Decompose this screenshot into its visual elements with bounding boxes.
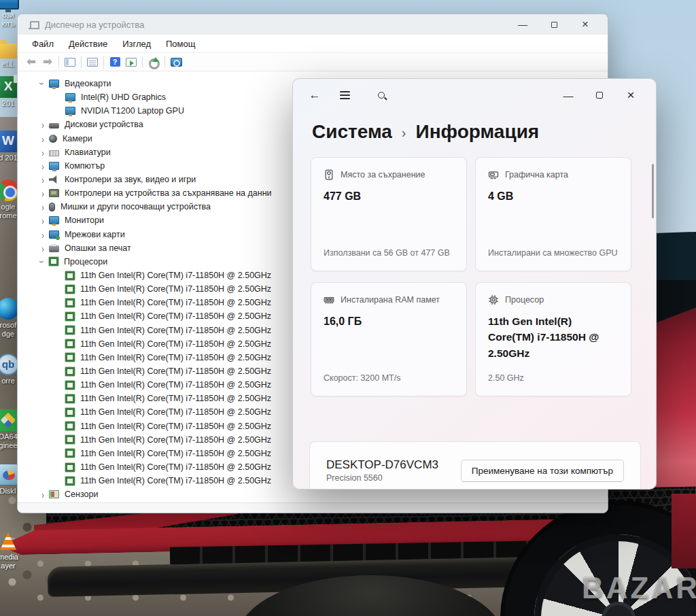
expand-chevron-icon[interactable]: › [37, 174, 49, 186]
storage-card[interactable]: Място за съхранение 477 GB Използвани са… [311, 157, 467, 271]
card-title: Графична карта [505, 170, 568, 179]
excel-doc-icon: X [0, 76, 19, 98]
tree-item-label: 11th Gen Intel(R) Core(TM) i7-11850H @ 2… [80, 271, 271, 280]
ram-card[interactable]: Инсталирана RAM памет 16,0 ГБ Скорост: 3… [311, 282, 467, 396]
tree-item-label: 11th Gen Intel(R) Core(TM) i7-11850H @ 2… [80, 339, 271, 349]
about-cards: Място за съхранение 477 GB Използвани са… [311, 157, 640, 396]
tree-item-label: 11th Gen Intel(R) Core(TM) i7-11850H @ 2… [80, 298, 271, 307]
tree-item-label: 11th Gen Intel(R) Core(TM) i7-11850H @ 2… [80, 326, 271, 335]
expand-chevron-icon[interactable]: › [37, 201, 49, 213]
card-title: Процесор [505, 295, 544, 305]
expand-chevron-icon[interactable]: › [37, 188, 49, 199]
properties-icon[interactable] [84, 54, 101, 69]
cpu-icon [65, 339, 75, 348]
expand-chevron-icon[interactable]: › [37, 160, 49, 172]
computer-icon [49, 162, 59, 170]
expand-chevron-icon[interactable]: › [37, 119, 49, 131]
scan-hardware-changes-icon[interactable] [145, 54, 162, 69]
expand-chevron-icon[interactable]: › [37, 133, 49, 144]
menu-item-2[interactable]: Изглед [115, 37, 158, 51]
expand-chevron-icon[interactable]: › [37, 215, 49, 226]
device-manager-toolbar: ⬅ ➡ ? [18, 53, 608, 71]
back-arrow-icon[interactable]: ← [302, 84, 327, 107]
cpu-icon [65, 271, 75, 280]
menu-item-1[interactable]: Действие [61, 37, 115, 51]
cpu-icon [49, 257, 58, 266]
tree-item-label: 11th Gen Intel(R) Core(TM) i7-11850H @ 2… [80, 462, 271, 472]
wallpaper-tire [238, 575, 503, 616]
close-button[interactable]: × [570, 14, 601, 35]
tree-item-label: Компютър [65, 161, 105, 171]
device-manager-titlebar[interactable]: Диспечер на устройства — × [18, 14, 608, 35]
settings-scrollbar[interactable] [652, 164, 654, 218]
tree-item-label: NVIDIA T1200 Laptop GPU [81, 106, 184, 116]
printer-icon [49, 245, 59, 252]
back-arrow-icon[interactable]: ⬅ [23, 54, 39, 69]
expand-chevron-icon[interactable]: › [37, 146, 49, 158]
settings-titlebar[interactable]: ← — × [293, 79, 656, 112]
card-subtitle: Инсталирани са множество GPU [488, 247, 619, 260]
breadcrumb: Система › Информация [293, 112, 656, 143]
this-pc-icon [0, 0, 19, 10]
card-title: Инсталирана RAM памет [341, 295, 440, 305]
expand-chevron-icon[interactable]: › [37, 228, 49, 240]
tree-item-label: Видеокарти [65, 79, 111, 88]
network-icon [49, 230, 59, 239]
tree-item-label: Процесори [64, 257, 107, 267]
card-title: Място за съхранение [341, 170, 425, 179]
tree-item-label: Сензори [65, 490, 98, 499]
chrome-icon [0, 179, 19, 201]
tree-item-label: 11th Gen Intel(R) Core(TM) i7-11850H @ 2… [80, 394, 271, 403]
edge-icon [0, 298, 19, 320]
maximize-button[interactable] [538, 14, 570, 35]
close-button[interactable]: × [615, 79, 646, 112]
tree-item-label: 11th Gen Intel(R) Core(TM) i7-11850H @ 2… [80, 476, 271, 485]
tree-item-label: Опашки за печат [65, 243, 131, 253]
cpu-icon [65, 298, 75, 307]
maximize-button[interactable] [584, 79, 615, 112]
breadcrumb-system[interactable]: Система [312, 121, 392, 143]
cpu-icon [65, 285, 75, 294]
processor-card[interactable]: Процесор 11th Gen Intel(R) Core(TM) i7-1… [475, 282, 631, 396]
cpu-icon [65, 394, 75, 403]
device-manager-menubar: ФайлДействиеИзгледПомощ [18, 35, 608, 53]
vlc-icon [0, 532, 19, 551]
breadcrumb-separator-icon: › [402, 123, 406, 141]
disk-icon [49, 123, 59, 129]
search-icon[interactable] [369, 84, 394, 107]
desktop-icon-vlc[interactable]: mediaayer [0, 530, 26, 570]
word-doc-icon: W [0, 131, 19, 152]
card-value: 16,0 ГБ [324, 313, 454, 330]
menu-item-0[interactable]: Файл [24, 37, 61, 51]
device-manager-title: Диспечер на устройства [45, 20, 144, 30]
tree-item-label: Монитори [65, 216, 104, 225]
tree-item-label: 11th Gen Intel(R) Core(TM) i7-11850H @ 2… [80, 353, 271, 362]
keyboard-icon [49, 150, 59, 156]
menu-item-3[interactable]: Помощ [158, 37, 203, 51]
collapse-chevron-icon[interactable]: › [37, 78, 49, 90]
minimize-button[interactable]: — [507, 14, 538, 35]
tree-item-label: Мрежови карти [65, 230, 125, 239]
remote-computer-icon[interactable] [168, 54, 184, 69]
expand-chevron-icon[interactable]: › [37, 489, 49, 500]
card-subtitle: Използвани са 56 GB от 477 GB [324, 247, 454, 260]
tree-item[interactable]: ›Сензори [18, 487, 608, 501]
minimize-button[interactable]: — [553, 79, 584, 112]
tree-item-label: Мишки и други посочващи устройства [60, 202, 211, 211]
show-action-pane-icon[interactable] [123, 54, 139, 69]
tree-item-label: Контролери на устройства за съхраняване … [65, 188, 272, 198]
graphics-card[interactable]: Графична карта 4 GB Инсталирани са множе… [475, 157, 631, 271]
collapse-chevron-icon[interactable]: › [37, 256, 49, 268]
forward-arrow-icon[interactable]: ➡ [39, 54, 56, 69]
monitor-icon [65, 93, 75, 101]
rename-pc-button[interactable]: Преименуване на този компютър [461, 460, 624, 482]
device-model: Precision 5560 [326, 473, 438, 483]
card-value: 4 GB [488, 188, 619, 205]
expand-chevron-icon[interactable]: › [37, 242, 49, 254]
show-console-tree-icon[interactable] [62, 54, 78, 69]
settings-window: ← — × Система › Информация Място за съхр… [292, 78, 657, 490]
navigation-menu-icon[interactable] [332, 84, 357, 107]
storage-icon [49, 189, 59, 197]
ram-icon [324, 294, 334, 305]
help-icon[interactable]: ? [107, 54, 123, 69]
